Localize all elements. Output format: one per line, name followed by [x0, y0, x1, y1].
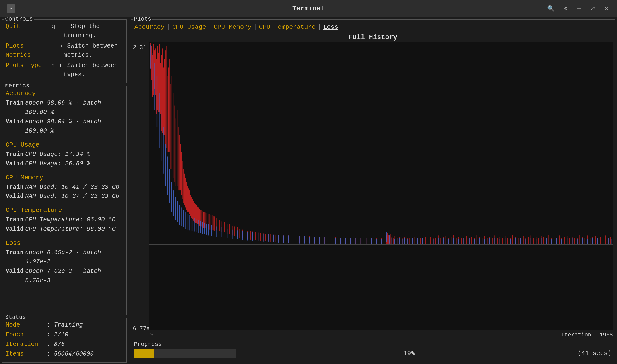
svg-rect-189 [579, 235, 580, 245]
controls-label: Controls [4, 17, 34, 22]
svg-rect-274 [412, 238, 413, 244]
status-mode-value: Training [54, 320, 83, 330]
svg-rect-281 [448, 239, 449, 245]
svg-rect-207 [161, 110, 162, 161]
maximize-icon[interactable]: ⤢ [589, 4, 597, 13]
close-icon[interactable]: ✕ [603, 4, 610, 13]
svg-rect-260 [361, 238, 361, 245]
svg-rect-71 [234, 226, 235, 236]
plot-area: 2.31 6.77e-3 0 Iteration 1968 Train Vali… [133, 42, 613, 341]
svg-rect-309 [592, 238, 593, 244]
svg-rect-77 [250, 231, 251, 240]
svg-rect-62 [213, 216, 213, 231]
svg-rect-33 [183, 169, 184, 203]
status-mode-key: Mode [6, 320, 47, 330]
svg-rect-181 [559, 235, 560, 244]
loss-valid-row: Valid epoch 7.02e-2 - batch 8.78e-3 [6, 267, 123, 286]
svg-rect-293 [510, 239, 511, 245]
svg-rect-21 [170, 84, 171, 169]
svg-rect-297 [531, 238, 531, 244]
svg-rect-83 [265, 234, 266, 241]
svg-rect-87 [276, 235, 276, 242]
svg-rect-232 [216, 226, 217, 236]
loss-chart-svg [149, 42, 613, 330]
plot-title: Full History [131, 34, 615, 41]
svg-rect-300 [546, 237, 547, 244]
svg-rect-239 [253, 233, 253, 241]
svg-rect-113 [390, 234, 391, 244]
svg-rect-18 [167, 76, 168, 152]
svg-rect-30 [180, 144, 180, 190]
gear-icon[interactable]: ⚙ [562, 4, 569, 13]
svg-rect-43 [193, 201, 194, 221]
svg-rect-251 [314, 237, 315, 244]
svg-rect-133 [435, 237, 436, 244]
cpu-temp-valid-row: Valid CPU Temperature: 96.00 °C [6, 225, 123, 234]
svg-rect-237 [242, 231, 243, 240]
tab-sep-1: | [167, 23, 170, 31]
svg-rect-17 [166, 46, 167, 148]
svg-rect-255 [335, 237, 335, 244]
svg-rect-240 [257, 234, 258, 241]
tab-sep-4: | [317, 23, 321, 31]
svg-rect-280 [443, 237, 444, 244]
minimize-icon[interactable]: ─ [575, 4, 582, 13]
svg-rect-295 [520, 237, 521, 244]
svg-rect-159 [502, 238, 503, 245]
svg-rect-201 [610, 237, 611, 244]
plots-type-binding: : ↑ ↓ [44, 61, 64, 70]
svg-rect-227 [202, 222, 203, 234]
svg-rect-22 [172, 76, 172, 169]
svg-rect-141 [456, 238, 456, 245]
svg-rect-246 [288, 235, 289, 243]
progress-bar-container [134, 349, 236, 358]
tab-accuracy[interactable]: Accuracy [134, 23, 165, 32]
svg-rect-217 [181, 207, 182, 226]
svg-rect-209 [165, 144, 166, 186]
svg-rect-32 [182, 161, 182, 199]
svg-rect-243 [273, 235, 274, 242]
svg-rect-75 [245, 230, 245, 238]
svg-rect-256 [340, 238, 341, 244]
svg-rect-273 [407, 239, 408, 245]
svg-rect-34 [184, 174, 185, 205]
tab-cpu-memory[interactable]: CPU Memory [214, 23, 251, 32]
svg-rect-311 [603, 239, 603, 245]
svg-rect-135 [440, 238, 441, 245]
cpu-temp-train-value: CPU Temperature: 96.00 °C [25, 215, 116, 225]
svg-rect-269 [397, 238, 397, 244]
svg-rect-299 [541, 238, 541, 244]
svg-rect-241 [263, 234, 263, 242]
svg-rect-81 [260, 233, 261, 241]
tab-cpu-usage[interactable]: CPU Usage [172, 23, 206, 32]
accuracy-train-label: Train [6, 99, 24, 108]
svg-rect-230 [208, 224, 209, 235]
plots-section: Plots Accuracy | CPU Usage | CPU Memory … [131, 19, 615, 342]
tab-loss[interactable]: Loss [323, 23, 338, 32]
cpu-memory-train-label: Train [6, 183, 24, 192]
accuracy-valid-row: Valid epoch 98.04 % - batch 100.00 % [6, 117, 123, 136]
svg-rect-0 [149, 42, 613, 330]
svg-rect-220 [188, 214, 188, 230]
cpu-usage-valid-value: CPU Usage: 26.60 % [25, 159, 90, 169]
svg-rect-303 [562, 239, 562, 245]
metrics-section: Metrics Accuracy Train epoch 98.06 % - b… [2, 86, 127, 315]
quit-desc: Stop the training. [64, 22, 123, 40]
control-row-quit: Quit : q Stop the training. [6, 22, 123, 40]
svg-rect-275 [417, 238, 418, 245]
svg-rect-65 [219, 220, 220, 231]
svg-rect-211 [169, 169, 170, 203]
svg-rect-242 [268, 234, 269, 242]
controls-section: Controls Quit : q Stop the training. Plo… [2, 19, 127, 83]
tab-cpu-temperature[interactable]: CPU Temperature [259, 23, 316, 32]
svg-rect-252 [319, 237, 320, 244]
search-icon[interactable]: 🔍 [545, 4, 556, 13]
svg-rect-208 [163, 127, 163, 173]
svg-rect-214 [175, 197, 176, 220]
svg-rect-41 [191, 197, 192, 218]
svg-rect-307 [582, 238, 583, 244]
metric-title-cpu-temp: CPU Temperature [6, 207, 123, 214]
svg-rect-302 [556, 238, 557, 244]
svg-rect-313 [612, 239, 612, 245]
svg-rect-234 [227, 229, 227, 238]
